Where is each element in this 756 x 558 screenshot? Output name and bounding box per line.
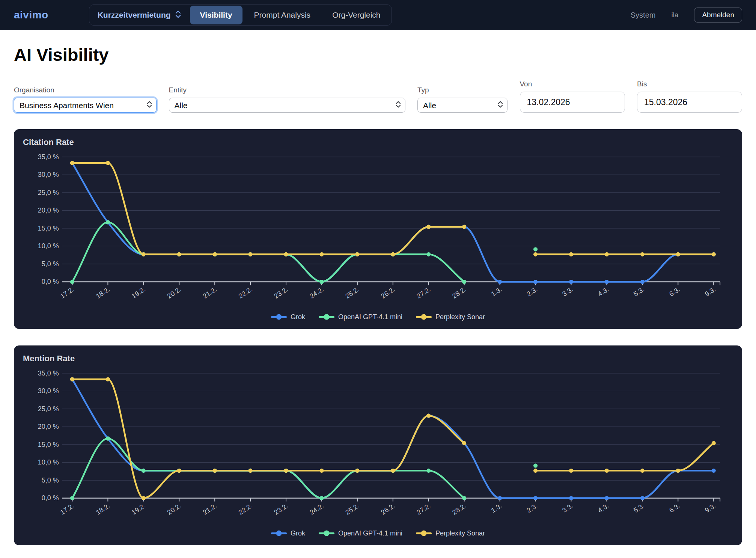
svg-text:25.2.: 25.2. xyxy=(344,285,360,300)
svg-text:19.2.: 19.2. xyxy=(130,502,147,516)
svg-text:27.2.: 27.2. xyxy=(415,285,432,300)
svg-text:3.3.: 3.3. xyxy=(561,502,574,514)
legend-item[interactable]: Grok xyxy=(271,529,305,537)
mention-rate-card: Mention Rate 0,0 %5,0 %10,0 %15,0 %20,0 … xyxy=(14,345,742,545)
svg-text:35,0 %: 35,0 % xyxy=(38,153,59,161)
svg-text:4.3.: 4.3. xyxy=(596,502,610,514)
legend-item[interactable]: Perplexity Sonar xyxy=(416,529,485,537)
legend-line-dot-icon xyxy=(319,531,334,536)
svg-text:23.2.: 23.2. xyxy=(273,285,289,300)
svg-text:17.2.: 17.2. xyxy=(59,285,75,300)
svg-text:21.2.: 21.2. xyxy=(202,502,218,516)
svg-text:26.2.: 26.2. xyxy=(380,285,396,300)
svg-text:10,0 %: 10,0 % xyxy=(38,242,59,250)
svg-text:26.2.: 26.2. xyxy=(380,502,396,516)
bis-field: Bis xyxy=(637,80,742,113)
mention-rate-title: Mention Rate xyxy=(23,354,733,363)
svg-text:1.3.: 1.3. xyxy=(490,502,503,514)
von-field: Von xyxy=(520,80,625,113)
svg-text:10,0 %: 10,0 % xyxy=(38,459,59,466)
svg-text:2.3.: 2.3. xyxy=(525,502,539,514)
nav-username: ila xyxy=(671,11,678,19)
svg-text:5.3.: 5.3. xyxy=(632,502,646,514)
svg-text:18.2.: 18.2. xyxy=(95,285,111,300)
svg-text:24.2.: 24.2. xyxy=(309,502,325,516)
legend-line-dot-icon xyxy=(416,531,432,536)
svg-text:9.3.: 9.3. xyxy=(703,285,717,298)
legend-label: Grok xyxy=(291,529,305,537)
filter-bar: Organisation Business Apartments Wien En… xyxy=(14,80,742,113)
legend-label: Perplexity Sonar xyxy=(435,529,485,537)
svg-text:0,0 %: 0,0 % xyxy=(42,278,59,285)
svg-text:24.2.: 24.2. xyxy=(309,285,325,300)
legend-line-dot-icon xyxy=(271,531,287,536)
nav-tab-group: Kurzzeitvermietung Visibility Prompt Ana… xyxy=(89,5,392,26)
svg-text:25,0 %: 25,0 % xyxy=(38,189,59,196)
svg-text:3.3.: 3.3. xyxy=(561,285,574,298)
typ-select[interactable]: Alle xyxy=(417,98,508,113)
svg-text:19.2.: 19.2. xyxy=(130,285,147,300)
svg-text:17.2.: 17.2. xyxy=(59,502,75,516)
svg-text:25,0 %: 25,0 % xyxy=(38,405,59,413)
nav-right: System ila Abmelden xyxy=(631,8,742,23)
citation-rate-card: Citation Rate 0,0 %5,0 %10,0 %15,0 %20,0… xyxy=(14,129,742,329)
org-switcher-label: Kurzzeitvermietung xyxy=(98,11,171,20)
mention-rate-chart: 0,0 %5,0 %10,0 %15,0 %20,0 %25,0 %30,0 %… xyxy=(23,365,733,526)
svg-text:6.3.: 6.3. xyxy=(668,285,681,298)
organisation-select[interactable]: Business Apartments Wien xyxy=(14,98,157,113)
svg-text:18.2.: 18.2. xyxy=(95,502,111,516)
svg-text:0,0 %: 0,0 % xyxy=(42,495,59,502)
von-date-input[interactable] xyxy=(520,92,625,113)
legend-label: OpenAI GPT-4.1 mini xyxy=(338,313,402,321)
tab-visibility[interactable]: Visibility xyxy=(190,6,242,24)
svg-text:25.2.: 25.2. xyxy=(344,502,360,516)
org-switcher-dropdown[interactable]: Kurzzeitvermietung xyxy=(89,5,189,25)
bis-label: Bis xyxy=(637,80,742,88)
svg-text:23.2.: 23.2. xyxy=(273,502,289,516)
app-logo: aivimo xyxy=(14,9,48,21)
svg-text:30,0 %: 30,0 % xyxy=(38,388,59,395)
logout-button[interactable]: Abmelden xyxy=(694,8,742,23)
svg-text:5.3.: 5.3. xyxy=(632,285,646,298)
chevron-up-down-icon xyxy=(175,10,181,20)
svg-text:20.2.: 20.2. xyxy=(166,502,182,516)
svg-text:20,0 %: 20,0 % xyxy=(38,207,59,214)
legend-item[interactable]: OpenAI GPT-4.1 mini xyxy=(319,529,402,537)
svg-text:6.3.: 6.3. xyxy=(668,502,681,514)
entity-label: Entity xyxy=(169,86,405,94)
svg-text:15,0 %: 15,0 % xyxy=(38,225,59,232)
nav-link-system[interactable]: System xyxy=(631,11,656,20)
legend-item[interactable]: Perplexity Sonar xyxy=(416,313,485,321)
svg-text:30,0 %: 30,0 % xyxy=(38,171,59,178)
svg-text:1.3.: 1.3. xyxy=(490,285,503,298)
citation-rate-legend: GrokOpenAI GPT-4.1 miniPerplexity Sonar xyxy=(23,311,733,323)
bis-date-input[interactable] xyxy=(637,92,742,113)
svg-text:28.2.: 28.2. xyxy=(451,285,467,300)
citation-rate-title: Citation Rate xyxy=(23,137,733,147)
page-title: AI Visibility xyxy=(14,44,742,65)
svg-text:28.2.: 28.2. xyxy=(451,502,467,516)
legend-line-dot-icon xyxy=(416,314,432,320)
svg-text:22.2.: 22.2. xyxy=(237,502,254,516)
svg-text:4.3.: 4.3. xyxy=(596,285,610,298)
tab-org-vergleich[interactable]: Org-Vergleich xyxy=(322,6,390,24)
von-label: Von xyxy=(520,80,625,88)
legend-label: OpenAI GPT-4.1 mini xyxy=(338,529,402,537)
svg-text:15,0 %: 15,0 % xyxy=(38,441,59,448)
svg-text:20.2.: 20.2. xyxy=(166,285,182,300)
legend-label: Grok xyxy=(291,313,305,321)
svg-text:2.3.: 2.3. xyxy=(525,285,539,298)
legend-item[interactable]: OpenAI GPT-4.1 mini xyxy=(319,313,402,321)
typ-field: Typ Alle xyxy=(417,86,508,113)
legend-item[interactable]: Grok xyxy=(271,313,305,321)
top-navbar: aivimo Kurzzeitvermietung Visibility Pro… xyxy=(0,0,756,30)
legend-label: Perplexity Sonar xyxy=(435,313,485,321)
svg-text:22.2.: 22.2. xyxy=(237,285,254,300)
tab-prompt-analysis[interactable]: Prompt Analysis xyxy=(244,6,321,24)
organisation-field: Organisation Business Apartments Wien xyxy=(14,86,157,113)
organisation-label: Organisation xyxy=(14,86,157,94)
svg-text:21.2.: 21.2. xyxy=(202,285,218,300)
svg-text:9.3.: 9.3. xyxy=(703,502,717,514)
legend-line-dot-icon xyxy=(271,314,287,320)
entity-select[interactable]: Alle xyxy=(169,98,405,113)
